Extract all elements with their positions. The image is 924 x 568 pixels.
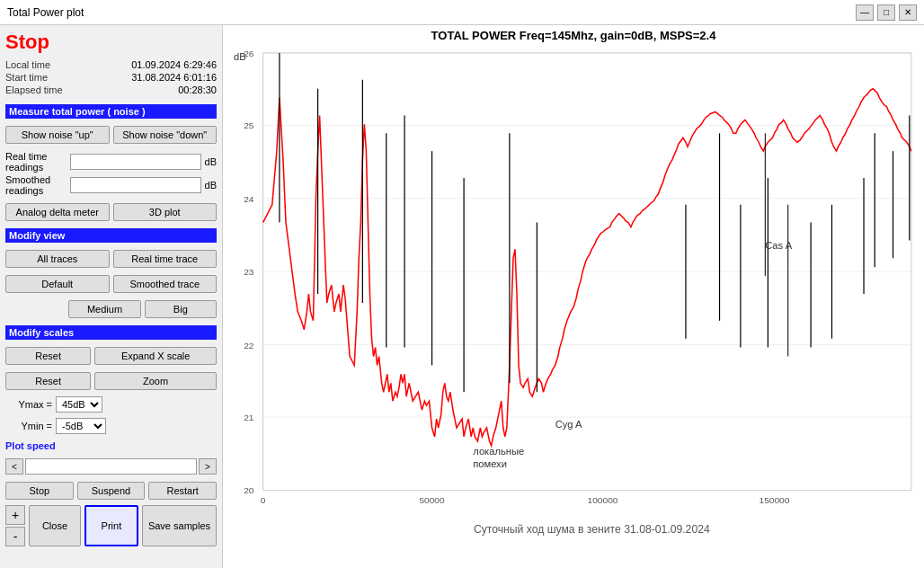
chart-svg: dB 26 25 24 23 22 21 20 0 50000 100000 1…: [227, 44, 920, 553]
minimize-button[interactable]: —: [856, 4, 874, 21]
save-samples-button[interactable]: Save samples: [142, 505, 217, 546]
default-button[interactable]: Default: [5, 275, 110, 293]
real-time-trace-button[interactable]: Real time trace: [113, 250, 218, 268]
annotation-cas-a: Cas A: [765, 241, 792, 252]
svg-text:21: 21: [244, 413, 254, 422]
svg-text:20: 20: [244, 486, 254, 496]
svg-text:25: 25: [244, 120, 254, 130]
smoothed-readings-label: Smoothed readings: [5, 174, 67, 196]
ymax-row: Ymax = 45dB 40dB 50dB 55dB: [5, 396, 217, 413]
local-time-label: Local time: [5, 59, 63, 70]
real-time-unit: dB: [205, 156, 217, 167]
plot-3d-button[interactable]: 3D plot: [113, 203, 218, 221]
svg-text:23: 23: [244, 267, 254, 277]
scroll-track[interactable]: [25, 458, 197, 475]
ymax-label: Ymax =: [5, 399, 52, 410]
svg-text:100000: 100000: [588, 495, 618, 505]
annotation-local-noise: локальные: [473, 446, 524, 457]
smoothed-unit: dB: [205, 180, 217, 191]
chart-title: TOTAL POWER Freq=145Mhz, gain=0dB, MSPS=…: [227, 29, 920, 42]
stop-button[interactable]: Stop: [5, 482, 74, 500]
measure-section-header: Measure total power ( noise ): [5, 104, 217, 119]
big-button[interactable]: Big: [145, 300, 217, 318]
analog-delta-button[interactable]: Analog delta meter: [5, 203, 110, 221]
info-grid: Local time 01.09.2024 6:29:46 Start time…: [5, 59, 217, 95]
svg-text:0: 0: [261, 495, 266, 505]
annotation-cyg-a: Cyg A: [555, 419, 582, 430]
real-time-readings-label: Real time readings: [5, 151, 67, 173]
elapsed-value: 00:28:30: [68, 84, 217, 95]
window-title: Total Power plot: [7, 6, 84, 19]
all-traces-button[interactable]: All traces: [5, 250, 110, 268]
medium-button[interactable]: Medium: [68, 300, 140, 318]
local-time-value: 01.09.2024 6:29:46: [68, 59, 217, 70]
annotation-local-noise2: помехи: [473, 458, 507, 469]
smoothed-trace-button[interactable]: Smoothed trace: [113, 275, 218, 293]
ymin-row: Ymin = -5dB -10dB 0dB 5dB: [5, 418, 217, 434]
svg-text:150000: 150000: [760, 495, 790, 505]
readings-grid: Real time readings dB Smoothed readings …: [5, 151, 217, 196]
left-panel: Stop Local time 01.09.2024 6:29:46 Start…: [0, 25, 223, 568]
zoom-in-button[interactable]: +: [5, 505, 25, 525]
show-noise-up-button[interactable]: Show noise "up": [5, 126, 110, 144]
print-button[interactable]: Print: [84, 505, 138, 546]
zoom-button[interactable]: Zoom: [94, 372, 217, 390]
modify-view-header: Modify view: [5, 228, 217, 243]
close-button[interactable]: ✕: [899, 4, 917, 21]
plot-speed-label: Plot speed: [5, 440, 217, 451]
ymax-select[interactable]: 45dB 40dB 50dB 55dB: [56, 396, 102, 413]
chart-area: TOTAL POWER Freq=145Mhz, gain=0dB, MSPS=…: [223, 25, 924, 568]
chart-footer: Суточный ход шума в зените 31.08-01.09.2…: [474, 523, 710, 536]
modify-scales-header: Modify scales: [5, 325, 217, 340]
scroll-right-button[interactable]: >: [199, 458, 217, 475]
svg-text:24: 24: [244, 194, 254, 204]
real-time-readings-input[interactable]: [70, 154, 201, 170]
close-app-button[interactable]: Close: [29, 505, 81, 546]
stop-label: Stop: [5, 31, 217, 54]
start-time-value: 31.08.2024 6:01:16: [68, 72, 217, 83]
reset-scale-button[interactable]: Reset: [5, 347, 91, 365]
zoom-out-button[interactable]: -: [5, 527, 25, 546]
title-bar: Total Power plot — □ ✕: [0, 0, 924, 25]
show-noise-down-button[interactable]: Show noise "down": [113, 126, 218, 144]
svg-text:26: 26: [244, 49, 254, 58]
svg-text:50000: 50000: [419, 495, 445, 505]
ymin-label: Ymin =: [5, 421, 52, 431]
suspend-button[interactable]: Suspend: [77, 482, 146, 500]
expand-x-button[interactable]: Expand X scale: [94, 347, 217, 365]
restart-button[interactable]: Restart: [148, 482, 217, 500]
smoothed-readings-input[interactable]: [70, 177, 201, 193]
elapsed-label: Elapsed time: [5, 84, 63, 95]
scroll-left-button[interactable]: <: [5, 458, 23, 475]
start-time-label: Start time: [5, 72, 63, 83]
svg-text:22: 22: [244, 341, 254, 351]
scrollbar-row: < >: [5, 458, 217, 475]
reset-yaxis-button[interactable]: Reset: [5, 372, 91, 390]
maximize-button[interactable]: □: [877, 4, 895, 21]
ymin-select[interactable]: -5dB -10dB 0dB 5dB: [56, 418, 106, 434]
